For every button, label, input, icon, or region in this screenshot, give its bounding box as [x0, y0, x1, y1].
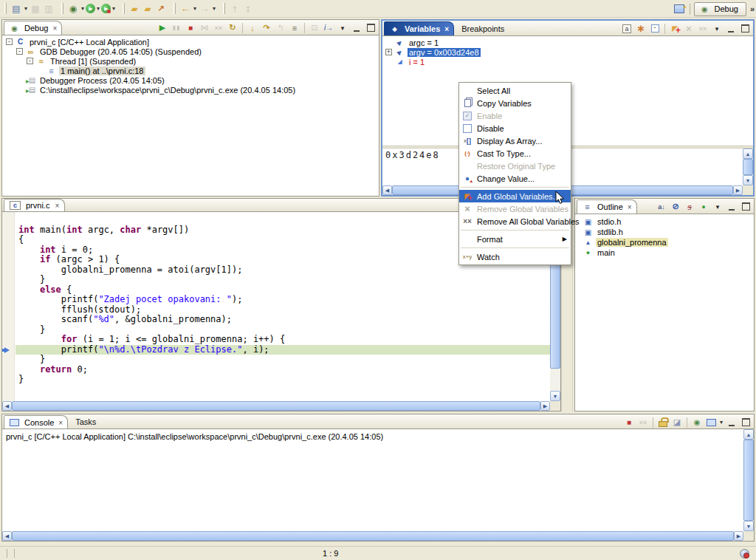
- scroll-left-icon[interactable]: ◀: [2, 531, 12, 541]
- menu-item-remove-global-variables[interactable]: Remove Global Variables: [459, 202, 571, 215]
- show-full-paths-icon[interactable]: [288, 21, 301, 34]
- remove-all-icon[interactable]: [696, 22, 709, 35]
- add-global-variables-icon[interactable]: [668, 22, 681, 35]
- minimize-icon[interactable]: [724, 22, 738, 35]
- scroll-down-icon[interactable]: ▼: [743, 521, 754, 531]
- hide-static-icon[interactable]: [683, 200, 696, 213]
- dropdown-arrow-icon[interactable]: ▾: [111, 5, 117, 12]
- step-return-icon[interactable]: [274, 21, 287, 34]
- variable-row-argc-1[interactable]: argc = 1: [382, 38, 753, 47]
- debug-tree-row-thread-1-suspended[interactable]: -Thread [1] (Suspended): [2, 56, 379, 66]
- suspend-icon[interactable]: [170, 21, 183, 34]
- breakpoints-view-tab[interactable]: Breakpoints: [454, 21, 512, 35]
- collapse-all-icon[interactable]: [648, 22, 662, 35]
- perspective-button-debug[interactable]: Debug: [694, 2, 746, 16]
- step-into-icon[interactable]: [246, 21, 259, 34]
- close-icon[interactable]: [628, 202, 632, 211]
- maximize-icon[interactable]: [739, 200, 752, 213]
- menu-item-enable[interactable]: Enable: [459, 109, 571, 122]
- search-icon[interactable]: [154, 2, 168, 15]
- debug-tree-row-prvni-c-c-c-local-applic[interactable]: -prvni_c [C/C++ Local Application]: [2, 37, 379, 47]
- close-icon[interactable]: [52, 24, 57, 33]
- menu-item-copy-variables[interactable]: Copy Variables: [459, 97, 571, 109]
- debug-view-tab[interactable]: Debug: [4, 21, 62, 35]
- console-vertical-scrollbar[interactable]: ▲ ▼: [743, 429, 754, 531]
- editor-tab-prvni-c[interactable]: prvni.c: [4, 199, 65, 211]
- menu-item-cast-to-type[interactable]: Cast To Type...: [459, 147, 571, 160]
- dropdown-arrow-icon[interactable]: ▾: [80, 5, 86, 12]
- view-menu-icon[interactable]: [710, 22, 724, 35]
- clear-console-icon[interactable]: [670, 416, 684, 428]
- maximize-icon[interactable]: [738, 22, 752, 35]
- step-over-icon[interactable]: [260, 21, 273, 34]
- tree-expander-icon[interactable]: -: [27, 58, 33, 64]
- editor-marker-bar[interactable]: [2, 212, 15, 401]
- display-console-icon[interactable]: [704, 416, 718, 428]
- save-icon[interactable]: [29, 2, 42, 15]
- close-icon[interactable]: [58, 418, 63, 427]
- scroll-up-icon[interactable]: ▲: [743, 148, 753, 159]
- toolbar-grip[interactable]: [123, 3, 125, 14]
- view-menu-icon[interactable]: [336, 21, 349, 34]
- scroll-right-icon[interactable]: ▶: [734, 531, 743, 541]
- open-folder-2-icon[interactable]: [141, 2, 154, 15]
- tree-expander-icon[interactable]: -: [16, 48, 23, 55]
- hide-nonpublic-icon[interactable]: [697, 200, 710, 213]
- forward-icon[interactable]: [198, 2, 211, 15]
- tasks-view-tab[interactable]: Tasks: [68, 415, 103, 428]
- sort-icon[interactable]: [655, 200, 668, 213]
- scroll-left-icon[interactable]: ◀: [382, 185, 392, 195]
- editor-horizontal-scrollbar[interactable]: ◀ ▶: [2, 401, 550, 411]
- show-logical-structure-icon[interactable]: [634, 22, 647, 35]
- hide-fields-icon[interactable]: [669, 200, 682, 213]
- instruction-stepping-icon[interactable]: [322, 21, 335, 34]
- filter-icon[interactable]: [308, 21, 321, 34]
- console-view-tab[interactable]: Console: [4, 415, 68, 428]
- disconnect-icon[interactable]: [198, 21, 211, 34]
- terminate-icon[interactable]: [622, 416, 636, 428]
- outline-item-stdio-h[interactable]: stdio.h: [575, 216, 754, 227]
- outline-item-stdlib-h[interactable]: stdlib.h: [575, 227, 754, 237]
- remove-all-terminated-icon[interactable]: [636, 416, 650, 428]
- dropdown-arrow-icon[interactable]: ▾: [211, 5, 217, 12]
- menu-item-format[interactable]: Format▶: [459, 233, 571, 245]
- terminate-icon[interactable]: [184, 21, 197, 34]
- remove-selected-icon[interactable]: [682, 22, 695, 35]
- debug-launch-icon[interactable]: [66, 2, 80, 15]
- outline-item-main[interactable]: main: [575, 247, 754, 258]
- scrollbar-thumb[interactable]: [743, 159, 753, 175]
- menu-item-restore-original-type[interactable]: Restore Original Type: [459, 160, 571, 172]
- tree-expander-icon[interactable]: -: [6, 38, 13, 45]
- scroll-left-icon[interactable]: ◀: [2, 401, 12, 411]
- new-wizard-icon[interactable]: [10, 2, 23, 15]
- menu-item-add-global-variables[interactable]: Add Global Variables...: [459, 190, 571, 202]
- minimize-icon[interactable]: [350, 21, 363, 34]
- console-body[interactable]: prvni_c [C/C++ Local Application] C:\ins…: [2, 428, 754, 541]
- close-icon[interactable]: [444, 24, 449, 33]
- toolbar-grip[interactable]: [4, 3, 7, 14]
- show-type-names-icon[interactable]: [620, 22, 633, 35]
- debug-tree-row-debugger-process-20-4-05[interactable]: Debugger Process (20.4.05 14:05): [2, 75, 379, 85]
- open-folder-icon[interactable]: [128, 2, 141, 15]
- maximize-icon[interactable]: [364, 21, 377, 34]
- view-menu-icon[interactable]: [711, 200, 724, 213]
- scroll-lock-icon[interactable]: [656, 416, 670, 428]
- scrollbar-thumb[interactable]: [743, 440, 754, 521]
- toolbar-grip[interactable]: [223, 3, 225, 14]
- run-launch-icon[interactable]: [86, 4, 95, 13]
- resume-icon[interactable]: [156, 21, 169, 34]
- menu-item-disable[interactable]: Disable: [459, 122, 571, 134]
- remove-all-terminated-icon[interactable]: [212, 21, 225, 34]
- menu-item-change-value[interactable]: Change Value...: [459, 172, 571, 185]
- annotation-next-icon[interactable]: [228, 2, 241, 15]
- scroll-down-icon[interactable]: ▼: [550, 391, 560, 401]
- perspective-overflow-chevron[interactable]: »: [750, 4, 754, 13]
- toolbar-grip[interactable]: [61, 3, 63, 14]
- external-tools-icon[interactable]: [101, 4, 111, 13]
- scroll-right-icon[interactable]: ▶: [733, 185, 743, 195]
- tree-expander-icon[interactable]: +: [385, 49, 392, 55]
- debug-tree-row-1-main-at-prvni-c-18[interactable]: 1 main() at ..\prvni.c:18: [2, 66, 379, 75]
- scrollbar-thumb[interactable]: [12, 401, 540, 411]
- back-icon[interactable]: [179, 2, 192, 15]
- scroll-right-icon[interactable]: ▶: [540, 401, 550, 411]
